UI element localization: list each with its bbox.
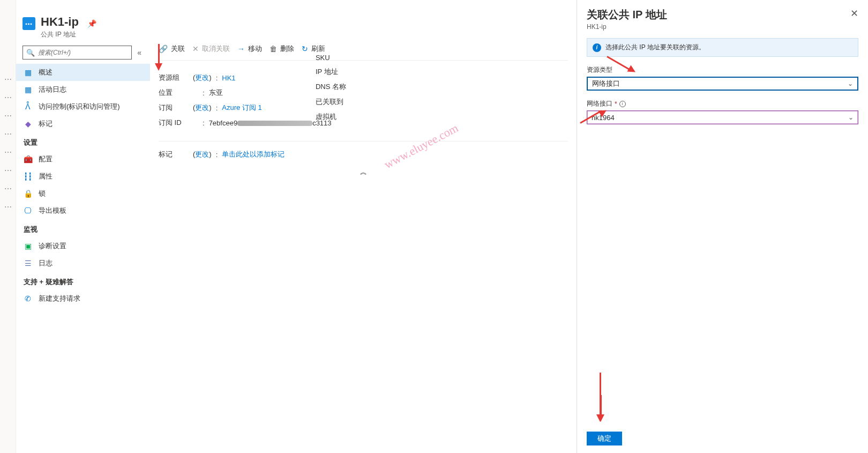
icon-rail: ⋯ ⋯ ⋯ ⋯ ⋯ ⋯ ⋯ ⋯: [0, 0, 16, 453]
config-icon: 🧰: [24, 155, 32, 164]
assoc-label: 已关联到: [316, 97, 346, 107]
sidebar: ▪▪▪ HK1-ip 公共 IP 地址 📌 🔍 « ▦概述 ▦活动日志 ᐰ访问控…: [16, 0, 150, 453]
sub-value[interactable]: Azure 订阅 1: [222, 103, 261, 113]
loc-value: 东亚: [209, 88, 223, 98]
export-icon: 🖵: [24, 206, 32, 215]
close-icon[interactable]: ✕: [850, 8, 858, 19]
page-subtitle: 公共 IP 地址: [41, 30, 79, 39]
page-title: HK1-ip: [41, 15, 79, 29]
search-input[interactable]: [38, 49, 128, 56]
dns-label: DNS 名称: [316, 82, 346, 92]
ip-label: IP 地址: [316, 67, 346, 77]
properties-icon: ┇┇: [24, 172, 32, 181]
panel-subtitle: HK1-ip: [587, 23, 667, 31]
toolbar: 🔗关联 ✕取消关联 →移动 🗑删除 ↻刷新: [159, 44, 568, 61]
search-box[interactable]: 🔍: [23, 46, 132, 60]
main-content: 🔗关联 ✕取消关联 →移动 🗑删除 ↻刷新 资源组 (更改) : HK1 位置 …: [150, 0, 577, 453]
subid-value: 7ebfcee9c3113: [209, 119, 332, 127]
panel-title: 关联公共 IP 地址: [587, 8, 667, 22]
lock-icon: 🔒: [24, 189, 32, 198]
sku-label: SKU: [316, 54, 346, 62]
rail-dots-icon[interactable]: ⋯: [4, 93, 12, 102]
delete-button[interactable]: 🗑删除: [270, 44, 294, 54]
rail-dots-icon[interactable]: ⋯: [4, 112, 12, 120]
resource-type-value: 网络接口: [592, 79, 620, 88]
annotation-arrow-head: [596, 414, 604, 422]
arrow-right-icon: →: [237, 44, 245, 53]
chevron-down-icon: ⌄: [848, 114, 854, 121]
nav-tags[interactable]: ◆标记: [16, 115, 150, 132]
nav-locks[interactable]: 🔒锁: [16, 185, 150, 202]
pin-icon[interactable]: 📌: [87, 19, 96, 28]
overview-icon: ▦: [24, 68, 32, 77]
iam-icon: ᐰ: [24, 102, 32, 111]
annotation-arrow-stem: [600, 373, 601, 415]
section-settings: 设置: [16, 132, 150, 151]
nav-list: ▦概述 ▦活动日志 ᐰ访问控制(标识和访问管理) ◆标记 设置 🧰配置 ┇┇属性…: [16, 64, 150, 307]
info-banner: i 选择此公共 IP 地址要关联的资源。: [587, 38, 858, 57]
resource-icon: ▪▪▪: [23, 17, 35, 30]
rg-value[interactable]: HK1: [222, 74, 235, 82]
link-icon: 🔗: [159, 44, 168, 53]
page-header: ▪▪▪ HK1-ip 公共 IP 地址 📌: [16, 0, 150, 46]
properties-block: 资源组 (更改) : HK1 位置 : 东亚 订阅 (更改) : Azure 订…: [159, 70, 568, 177]
collapse-up-icon[interactable]: ︽: [159, 167, 568, 177]
nav-logs[interactable]: ☰日志: [16, 255, 150, 272]
sub-change-link[interactable]: 更改: [195, 103, 209, 112]
refresh-button[interactable]: ↻刷新: [302, 44, 325, 54]
nav-overview[interactable]: ▦概述: [16, 64, 150, 81]
nav-export-template[interactable]: 🖵导出模板: [16, 202, 150, 219]
tag-icon: ◆: [24, 120, 32, 128]
chevron-down-icon: ⌄: [848, 80, 853, 87]
nav-activity-log[interactable]: ▦活动日志: [16, 81, 150, 98]
logs-icon: ☰: [24, 259, 32, 268]
rail-dots-icon[interactable]: ⋯: [4, 166, 12, 175]
section-monitor: 监视: [16, 219, 150, 237]
x-icon: ✕: [192, 44, 199, 53]
rail-dots-icon[interactable]: ⋯: [4, 184, 12, 193]
side-panel: 关联公共 IP 地址 HK1-ip ✕ i 选择此公共 IP 地址要关联的资源。…: [577, 0, 868, 453]
rail-dots-icon[interactable]: ⋯: [4, 203, 12, 211]
rail-dots-icon[interactable]: ⋯: [4, 130, 12, 138]
redaction-bar: [237, 121, 312, 126]
nic-value: hk1964: [592, 114, 615, 122]
move-button[interactable]: →移动: [237, 44, 262, 54]
support-icon: ✆: [24, 294, 32, 303]
nic-select[interactable]: hk1964 ⌄: [587, 110, 858, 124]
info-tooltip-icon[interactable]: i: [619, 101, 626, 107]
nav-iam[interactable]: ᐰ访问控制(标识和访问管理): [16, 98, 150, 115]
tags-change-link[interactable]: 更改: [195, 150, 209, 158]
nic-label: 网络接口* i: [587, 99, 858, 108]
info-icon: i: [593, 43, 601, 52]
sub-label: 订阅: [159, 103, 193, 113]
rail-dots-icon[interactable]: ⋯: [4, 148, 12, 157]
rg-label: 资源组: [159, 73, 193, 83]
section-support: 支持 + 疑难解答: [16, 272, 150, 290]
resource-type-select[interactable]: 网络接口 ⌄: [587, 77, 858, 91]
rg-change-link[interactable]: 更改: [195, 73, 209, 81]
diagnostics-icon: ▣: [24, 242, 32, 250]
info-text: 选择此公共 IP 地址要关联的资源。: [605, 43, 705, 52]
collapse-sidebar-icon[interactable]: «: [135, 48, 144, 57]
vm-label: 虚拟机: [316, 112, 346, 122]
tags-label: 标记: [159, 150, 193, 159]
log-icon: ▦: [24, 85, 32, 94]
resource-type-label: 资源类型: [587, 65, 858, 75]
search-icon: 🔍: [26, 49, 35, 57]
tags-value[interactable]: 单击此处以添加标记: [222, 150, 285, 159]
trash-icon: 🗑: [270, 44, 277, 53]
nav-properties[interactable]: ┇┇属性: [16, 168, 150, 185]
disassociate-button: ✕取消关联: [192, 44, 230, 54]
rail-dots-icon[interactable]: ⋯: [4, 75, 12, 84]
associate-button[interactable]: 🔗关联: [159, 44, 185, 54]
subid-label: 订阅 ID: [159, 118, 193, 128]
right-labels: SKU IP 地址 DNS 名称 已关联到 虚拟机: [316, 54, 346, 122]
ok-button[interactable]: 确定: [587, 432, 622, 445]
nav-diagnostics[interactable]: ▣诊断设置: [16, 237, 150, 255]
nav-config[interactable]: 🧰配置: [16, 151, 150, 168]
loc-label: 位置: [159, 88, 193, 98]
refresh-icon: ↻: [302, 44, 308, 53]
nav-new-support[interactable]: ✆新建支持请求: [16, 290, 150, 307]
